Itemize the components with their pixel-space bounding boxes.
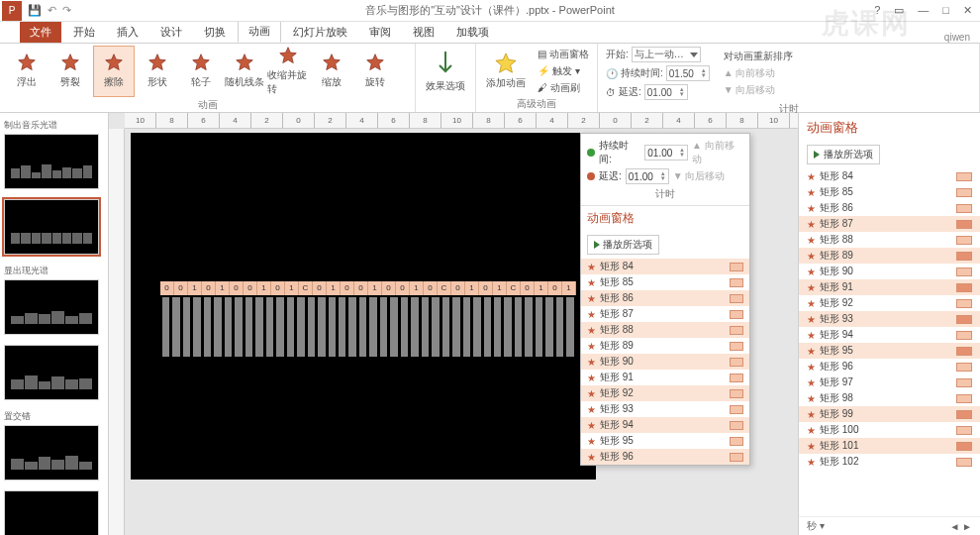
animation-effect-缩放[interactable]: 缩放 xyxy=(311,46,352,97)
barcode-shape-group[interactable]: 0010100101C010010010C0101C0101 xyxy=(160,281,576,371)
move-earlier-button[interactable]: ▲ 向前移动 xyxy=(722,65,795,81)
tab-file[interactable]: 文件 xyxy=(20,22,61,43)
timeline-bar[interactable] xyxy=(956,315,972,324)
animation-effect-随机线条[interactable]: 随机线条 xyxy=(224,46,265,97)
animation-effect-轮子[interactable]: 轮子 xyxy=(180,46,222,97)
redo-icon[interactable]: ↷ xyxy=(62,4,71,17)
slide[interactable]: 0010100101C010010010C0101C0101 xyxy=(131,133,596,480)
animation-item[interactable]: ★矩形 84 xyxy=(581,259,749,274)
animation-item[interactable]: ★矩形 91 xyxy=(581,370,749,385)
animation-item[interactable]: ★矩形 86 xyxy=(581,290,749,306)
timeline-bar[interactable] xyxy=(730,405,743,414)
timeline-bar[interactable] xyxy=(956,204,972,213)
timeline-bar[interactable] xyxy=(730,453,743,462)
timeline-bar[interactable] xyxy=(730,294,743,303)
slide-thumb[interactable] xyxy=(4,199,99,255)
animation-item[interactable]: ★矩形 96 xyxy=(581,449,749,465)
float-play-button[interactable]: 播放所选项 xyxy=(587,235,659,255)
animation-item[interactable]: ★矩形 89 xyxy=(799,248,980,264)
animation-effect-旋转[interactable]: 旋转 xyxy=(354,46,396,97)
timeline-bar[interactable] xyxy=(956,299,972,308)
float-move-later[interactable]: ▼ 向后移动 xyxy=(673,169,726,183)
animation-item[interactable]: ★矩形 91 xyxy=(799,279,980,295)
timeline-bar[interactable] xyxy=(956,188,972,197)
duration-spinner[interactable]: 01.50▲▼ xyxy=(666,65,710,81)
add-animation-button[interactable]: 添加动画 xyxy=(482,51,530,92)
floating-animation-pane[interactable]: 持续时间:01.00▲▼▲ 向前移动 延迟:01.00▲▼▼ 向后移动 计时 动… xyxy=(580,133,750,466)
slide-thumb[interactable] xyxy=(4,279,99,335)
animation-item[interactable]: ★矩形 84 xyxy=(799,168,980,184)
animation-item[interactable]: ★矩形 95 xyxy=(799,343,980,359)
slide-thumb[interactable] xyxy=(4,490,99,535)
close-icon[interactable]: ✕ xyxy=(963,4,972,17)
timeline-bar[interactable] xyxy=(730,263,743,271)
undo-icon[interactable]: ↶ xyxy=(48,4,56,17)
timeline-bar[interactable] xyxy=(956,268,972,276)
animation-effect-劈裂[interactable]: 劈裂 xyxy=(49,46,91,97)
timeline-bar[interactable] xyxy=(730,421,743,430)
minimize-icon[interactable]: — xyxy=(918,4,929,17)
delay-spinner[interactable]: 01.00▲▼ xyxy=(644,84,688,100)
animation-item[interactable]: ★矩形 97 xyxy=(799,374,980,390)
tab-视图[interactable]: 视图 xyxy=(403,22,444,43)
animation-effect-收缩并旋转[interactable]: 收缩并旋转 xyxy=(267,46,309,97)
animation-item[interactable]: ★矩形 86 xyxy=(799,200,980,216)
timeline-bar[interactable] xyxy=(730,278,743,287)
animation-item[interactable]: ★矩形 100 xyxy=(799,422,980,438)
account-name[interactable]: qiwen xyxy=(944,32,980,43)
animation-painter-button[interactable]: 🖌动画刷 xyxy=(536,80,591,96)
animation-item[interactable]: ★矩形 90 xyxy=(799,264,980,279)
float-delay-spinner[interactable]: 01.00▲▼ xyxy=(626,168,669,184)
help-icon[interactable]: ? xyxy=(874,4,880,17)
timeline-bar[interactable] xyxy=(956,331,972,340)
animation-item[interactable]: ★矩形 96 xyxy=(799,359,980,374)
animation-effect-形状[interactable]: 形状 xyxy=(137,46,178,97)
animation-item[interactable]: ★矩形 87 xyxy=(581,306,749,322)
save-icon[interactable]: 💾 xyxy=(28,4,42,17)
timeline-bar[interactable] xyxy=(956,283,972,292)
tab-切换[interactable]: 切换 xyxy=(194,22,236,43)
slide-thumb[interactable] xyxy=(4,345,99,400)
timeline-footer[interactable]: 秒 ▾◄ ► xyxy=(799,516,980,535)
slide-thumb[interactable] xyxy=(4,134,99,189)
slide-thumb[interactable] xyxy=(4,425,99,481)
tab-幻灯片放映[interactable]: 幻灯片放映 xyxy=(283,22,357,43)
timeline-bar[interactable] xyxy=(956,378,972,387)
timeline-bar[interactable] xyxy=(730,389,743,398)
float-duration-spinner[interactable]: 01.00▲▼ xyxy=(644,145,688,160)
ribbon-options-icon[interactable]: ▭ xyxy=(894,4,904,17)
slide-thumbnail-panel[interactable]: 制出音乐光谱 显出现光谱 置交错 xyxy=(0,113,109,535)
timeline-bar[interactable] xyxy=(956,252,972,261)
tab-开始[interactable]: 开始 xyxy=(63,22,105,43)
animation-item[interactable]: ★矩形 88 xyxy=(799,232,980,248)
timeline-bar[interactable] xyxy=(956,347,972,356)
timeline-bar[interactable] xyxy=(730,437,743,446)
animation-item[interactable]: ★矩形 85 xyxy=(799,184,980,200)
tab-审阅[interactable]: 审阅 xyxy=(359,22,401,43)
tab-动画[interactable]: 动画 xyxy=(238,20,281,43)
animation-effect-擦除[interactable]: 擦除 xyxy=(93,46,135,97)
animation-item[interactable]: ★矩形 92 xyxy=(799,295,980,311)
tab-加载项[interactable]: 加载项 xyxy=(446,22,499,43)
animation-item[interactable]: ★矩形 99 xyxy=(799,406,980,422)
timeline-bar[interactable] xyxy=(956,394,972,403)
tab-设计[interactable]: 设计 xyxy=(150,22,192,43)
animation-item[interactable]: ★矩形 101 xyxy=(799,438,980,454)
timeline-bar[interactable] xyxy=(730,326,743,335)
animation-item[interactable]: ★矩形 94 xyxy=(581,417,749,433)
tab-插入[interactable]: 插入 xyxy=(107,22,148,43)
timeline-bar[interactable] xyxy=(730,374,743,382)
animation-item[interactable]: ★矩形 93 xyxy=(581,401,749,417)
animation-item[interactable]: ★矩形 89 xyxy=(581,338,749,354)
play-selected-button[interactable]: 播放所选项 xyxy=(807,145,880,164)
animation-item[interactable]: ★矩形 95 xyxy=(581,433,749,449)
timeline-bar[interactable] xyxy=(956,363,972,372)
timeline-bar[interactable] xyxy=(956,236,972,245)
timeline-bar[interactable] xyxy=(956,220,972,229)
timeline-bar[interactable] xyxy=(730,342,743,351)
float-move-earlier[interactable]: ▲ 向前移动 xyxy=(692,139,743,166)
animation-item[interactable]: ★矩形 94 xyxy=(799,327,980,343)
animation-item[interactable]: ★矩形 90 xyxy=(581,354,749,370)
animation-item[interactable]: ★矩形 93 xyxy=(799,311,980,327)
animation-item[interactable]: ★矩形 98 xyxy=(799,390,980,406)
